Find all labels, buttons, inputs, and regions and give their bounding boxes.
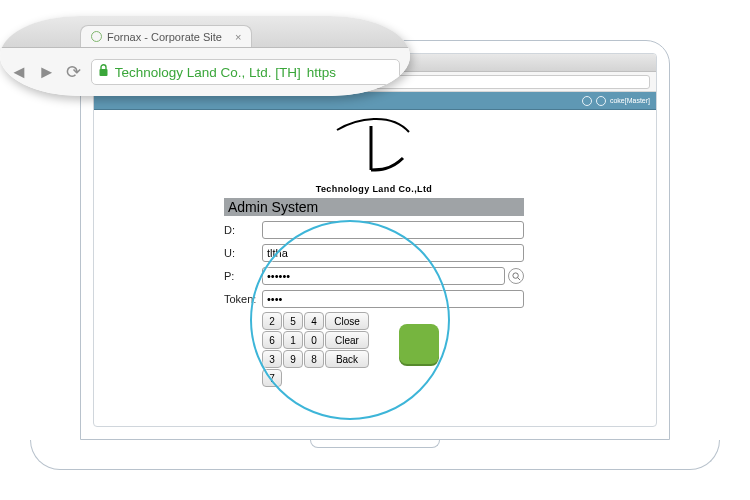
laptop-trackpad-notch [310, 440, 440, 448]
favicon-icon [91, 31, 102, 42]
pin-key-5[interactable]: 5 [283, 312, 303, 330]
ev-certificate-name: Technology Land Co., Ltd. [TH] [115, 65, 301, 80]
password-label: P: [224, 270, 262, 282]
pin-key-3[interactable]: 3 [262, 350, 282, 368]
token-input[interactable] [262, 290, 524, 308]
username-label: U: [224, 247, 262, 259]
pin-close-button[interactable]: Close [325, 312, 369, 330]
username-row: U: [224, 244, 524, 262]
laptop-screen-bezel: ochnologyland.co.th/smartadmin/control.h… [80, 40, 670, 440]
lock-icon [98, 64, 109, 80]
magnified-url-callout: Fornax - Corporate Site × ◄ ► ⟳ Technolo… [0, 16, 410, 96]
pin-key-4[interactable]: 4 [304, 312, 324, 330]
domain-row: D: [224, 221, 524, 239]
admin-title: Admin System [224, 198, 524, 216]
submit-button[interactable] [399, 324, 439, 364]
current-user-label: coke[Master] [610, 97, 650, 104]
svg-point-0 [512, 272, 517, 277]
svg-rect-2 [99, 69, 107, 76]
pin-key-8[interactable]: 8 [304, 350, 324, 368]
zoom-address-bar[interactable]: Technology Land Co., Ltd. [TH] https [91, 59, 400, 85]
pin-key-9[interactable]: 9 [283, 350, 303, 368]
svg-line-1 [517, 277, 520, 280]
zoom-browser-tab[interactable]: Fornax - Corporate Site × [80, 25, 252, 47]
reload-icon[interactable]: ⟳ [66, 61, 81, 83]
pin-key-1[interactable]: 1 [283, 331, 303, 349]
back-icon[interactable]: ◄ [10, 62, 28, 83]
pin-key-2[interactable]: 2 [262, 312, 282, 330]
zoom-tab-strip: Fornax - Corporate Site × [0, 16, 410, 48]
zoom-tab-title: Fornax - Corporate Site [107, 31, 222, 43]
token-row: Token: [224, 290, 524, 308]
pin-back-button[interactable]: Back [325, 350, 369, 368]
admin-panel: Technology Land Co.,Ltd Admin System D: … [224, 114, 524, 387]
domain-label: D: [224, 224, 262, 236]
logo-caption: Technology Land Co.,Ltd [224, 184, 524, 194]
domain-input[interactable] [262, 221, 524, 239]
pin-key-6[interactable]: 6 [262, 331, 282, 349]
company-logo: Technology Land Co.,Ltd [224, 114, 524, 194]
tl-logo-icon [329, 114, 419, 180]
close-tab-icon[interactable]: × [235, 31, 241, 43]
password-input[interactable] [262, 267, 505, 285]
token-label: Token: [224, 293, 262, 305]
forward-icon[interactable]: ► [38, 62, 56, 83]
pin-keypad: 2 5 4 Close 6 1 0 Clear 3 9 8 Back 7 [262, 312, 524, 387]
pin-key-7[interactable]: 7 [262, 369, 282, 387]
pin-clear-button[interactable]: Clear [325, 331, 369, 349]
username-input[interactable] [262, 244, 524, 262]
zoom-toolbar: ◄ ► ⟳ Technology Land Co., Ltd. [TH] htt… [0, 48, 410, 96]
user-icon[interactable] [596, 96, 606, 106]
url-protocol: https [307, 65, 336, 80]
password-row: P: [224, 267, 524, 285]
magnify-icon[interactable] [508, 268, 524, 284]
refresh-icon[interactable] [582, 96, 592, 106]
laptop-viewport: ochnologyland.co.th/smartadmin/control.h… [93, 53, 657, 427]
pin-key-0[interactable]: 0 [304, 331, 324, 349]
